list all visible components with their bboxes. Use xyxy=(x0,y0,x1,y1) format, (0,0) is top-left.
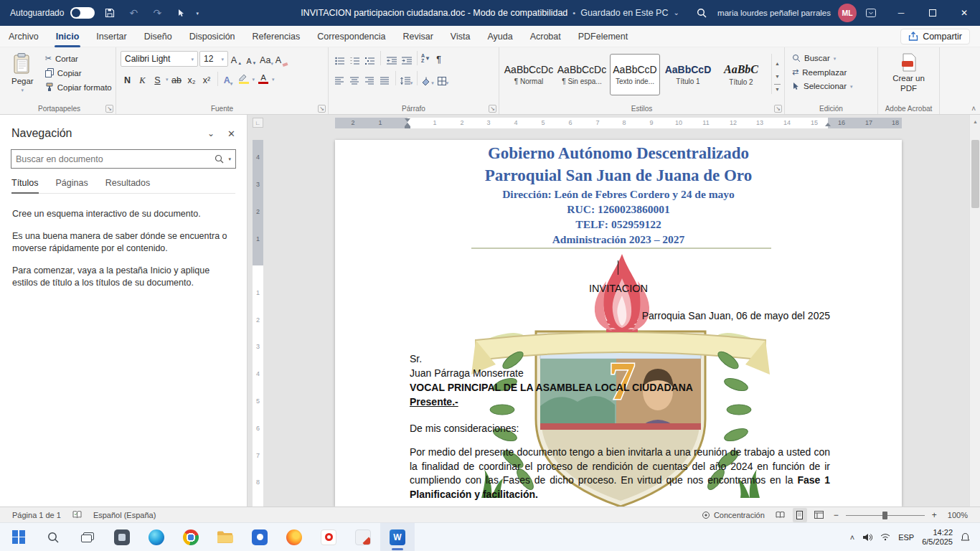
style-normal[interactable]: AaBbCcDc ¶ Normal xyxy=(504,54,554,95)
change-case-button[interactable]: Aa▾ xyxy=(260,52,273,66)
ribbon-tab-diseno[interactable]: Diseño xyxy=(136,26,181,47)
scroll-up-icon[interactable]: ▲ xyxy=(970,116,980,126)
tray-overflow-chevron-icon[interactable]: ˄ xyxy=(850,533,854,542)
date-line[interactable]: Parroquia San Juan, 06 de mayo del 2025 xyxy=(410,310,830,321)
align-center-button[interactable] xyxy=(348,71,362,85)
task-view-icon[interactable] xyxy=(70,523,105,551)
ribbon-tab-archivo[interactable]: Archivo xyxy=(0,26,47,47)
recipient-name[interactable]: Juan Párraga Monserrate xyxy=(410,366,693,380)
nav-search-caret-icon[interactable]: ▾ xyxy=(228,156,231,161)
style-sin-espaciado[interactable]: AaBbCcDc ¶ Sin espa... xyxy=(557,54,607,95)
cut-button[interactable]: ✂ Cortar xyxy=(42,52,115,65)
format-painter-button[interactable]: Copiar formato xyxy=(42,81,115,93)
increase-indent-button[interactable] xyxy=(400,51,413,65)
ribbon-tab-correspondencia[interactable]: Correspondencia xyxy=(308,26,394,47)
recipient-role[interactable]: VOCAL PRINCIPAL DE LA ASAMBLEA LOCAL CIU… xyxy=(410,380,693,395)
copy-button[interactable]: Copiar xyxy=(42,67,115,79)
chrome-icon[interactable] xyxy=(174,523,208,551)
ribbon-display-options-icon[interactable] xyxy=(862,4,880,22)
proofing-icon[interactable] xyxy=(69,507,85,523)
start-button[interactable] xyxy=(1,523,36,551)
strikethrough-button[interactable]: ab xyxy=(170,72,184,86)
volume-icon[interactable] xyxy=(862,533,872,542)
recipient-present[interactable]: Presente.- xyxy=(410,395,693,409)
header-org-line2[interactable]: Parroquial San Juan de Juana de Oro xyxy=(335,164,902,187)
acrobat-icon[interactable] xyxy=(311,523,346,551)
quick-access-caret-icon[interactable]: ▾ xyxy=(196,11,199,16)
taskbar-clock[interactable]: 14:22 6/5/2025 xyxy=(922,528,953,547)
read-mode-button[interactable] xyxy=(773,508,788,522)
highlight-caret-icon[interactable]: ▾ xyxy=(253,77,255,82)
ribbon-tab-revisar[interactable]: Revisar xyxy=(394,26,441,47)
tab-selector-box[interactable]: ∟ xyxy=(253,118,263,128)
clear-formatting-button[interactable]: A xyxy=(275,52,288,66)
underline-caret-icon[interactable]: ▾ xyxy=(166,77,169,82)
zoom-out-button[interactable]: − xyxy=(831,510,841,520)
share-button[interactable]: Compartir xyxy=(900,29,970,44)
account-user-name[interactable]: maria lourdes peñafiel parrales xyxy=(717,9,831,17)
greeting-line[interactable]: De mis consideraciones: xyxy=(410,423,519,434)
font-color-button[interactable]: A xyxy=(256,73,270,85)
font-size-select[interactable]: 12 ▾ xyxy=(199,51,228,67)
horizontal-ruler[interactable]: 2 1 1 2 3 4 5 6 7 8 9 10 11 12 13 14 15 … xyxy=(335,118,902,128)
styles-gallery-more-icon[interactable]: ▼ xyxy=(774,84,781,94)
vertical-ruler[interactable]: 4 3 2 1 1 2 3 4 5 6 7 8 xyxy=(253,131,263,507)
subscript-button[interactable]: x₂ xyxy=(185,72,199,86)
zoom-level[interactable]: 100% xyxy=(944,507,971,523)
save-icon[interactable] xyxy=(101,4,118,22)
zoom-in-button[interactable]: + xyxy=(930,510,939,520)
create-pdf-button[interactable]: Crear un PDF xyxy=(884,51,934,103)
search-input[interactable] xyxy=(16,154,210,164)
touch-mouse-mode-icon[interactable] xyxy=(172,4,189,22)
web-layout-button[interactable] xyxy=(812,508,826,522)
ribbon-tab-disposicion[interactable]: Disposición xyxy=(181,26,244,47)
pinned-blue-app-icon[interactable] xyxy=(242,523,277,551)
numbering-button[interactable] xyxy=(348,51,362,65)
zoom-slider-thumb[interactable] xyxy=(882,512,887,519)
justify-button[interactable] xyxy=(378,71,392,85)
invitation-title[interactable]: INVITACION xyxy=(335,283,902,294)
edge-icon[interactable] xyxy=(139,523,174,551)
ribbon-tab-pdfelement[interactable]: PDFelement xyxy=(570,26,636,47)
page-indicator[interactable]: Página 1 de 1 xyxy=(9,507,65,523)
right-indent-marker[interactable] xyxy=(825,123,831,126)
show-marks-button[interactable]: ¶ xyxy=(432,51,446,65)
document-header-block[interactable]: Gobierno Autónomo Descentralizado Parroq… xyxy=(335,142,902,247)
nav-tab-paginas[interactable]: Páginas xyxy=(56,178,88,193)
close-button[interactable]: ✕ xyxy=(948,0,980,26)
firefox-icon[interactable] xyxy=(277,523,311,551)
styles-scroll-down-icon[interactable]: ▼ xyxy=(772,70,783,83)
document-page[interactable]: 7 xyxy=(335,140,902,507)
ribbon-tab-acrobat[interactable]: Acrobat xyxy=(522,26,570,47)
avatar[interactable]: ML xyxy=(838,4,857,22)
title-chevron-icon[interactable]: ⌄ xyxy=(673,9,679,17)
select-button[interactable]: Seleccionar ▾ xyxy=(789,80,856,92)
vertical-scrollbar[interactable]: ▲ xyxy=(969,115,980,507)
keyboard-language-indicator[interactable]: ESP xyxy=(898,533,914,542)
zoom-slider[interactable] xyxy=(846,510,925,520)
recipient-block[interactable]: Sr. Juan Párraga Monserrate VOCAL PRINCI… xyxy=(410,352,693,409)
italic-button[interactable]: K xyxy=(136,72,149,86)
header-org-line1[interactable]: Gobierno Autónomo Descentralizado xyxy=(335,142,902,164)
recipient-salutation[interactable]: Sr. xyxy=(410,352,693,366)
navigation-options-chevron-icon[interactable]: ⌄ xyxy=(207,128,215,138)
paragraph-dialog-launcher[interactable]: ↘ xyxy=(489,105,496,113)
styles-scroll-up-icon[interactable]: ▲ xyxy=(772,57,783,70)
ribbon-tab-inicio[interactable]: Inicio xyxy=(47,26,88,47)
sort-button[interactable]: AZ ▼ xyxy=(421,53,430,63)
align-right-button[interactable] xyxy=(363,71,377,85)
file-explorer-icon[interactable] xyxy=(208,523,242,551)
font-family-select[interactable]: Calibri Light ▾ xyxy=(121,51,198,67)
ribbon-tab-insertar[interactable]: Insertar xyxy=(88,26,135,47)
superscript-button[interactable]: x² xyxy=(200,72,214,86)
header-phone[interactable]: TELF: 052959122 xyxy=(335,217,902,232)
pinned-app-icon[interactable] xyxy=(105,523,139,551)
pdfelement-icon[interactable] xyxy=(346,523,380,551)
font-dialog-launcher[interactable]: ↘ xyxy=(318,105,326,113)
styles-dialog-launcher[interactable]: ↘ xyxy=(774,105,782,113)
line-spacing-button[interactable]: ▾ xyxy=(400,71,413,85)
bullets-button[interactable] xyxy=(333,51,347,65)
ribbon-tab-vista[interactable]: Vista xyxy=(442,26,479,47)
redo-icon[interactable]: ↷ xyxy=(149,4,166,22)
nav-search-icon[interactable] xyxy=(215,154,224,164)
